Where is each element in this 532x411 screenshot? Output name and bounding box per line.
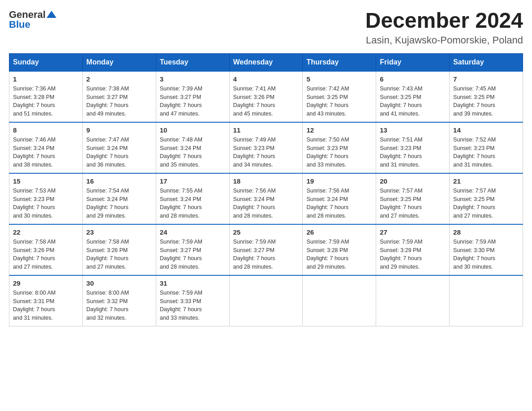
weekday-header-thursday: Thursday [303,53,376,71]
calendar-cell: 18Sunrise: 7:56 AMSunset: 3:24 PMDayligh… [229,173,303,224]
day-number: 1 [13,75,79,83]
calendar-cell: 20Sunrise: 7:57 AMSunset: 3:25 PMDayligh… [376,173,450,224]
day-info: Sunrise: 7:59 AMSunset: 3:30 PMDaylight:… [453,238,519,271]
calendar-cell: 9Sunrise: 7:47 AMSunset: 3:24 PMDaylight… [82,122,156,173]
day-info: Sunrise: 7:59 AMSunset: 3:29 PMDaylight:… [380,238,446,271]
day-info: Sunrise: 7:42 AMSunset: 3:25 PMDaylight:… [306,85,372,118]
calendar-week-row: 15Sunrise: 7:53 AMSunset: 3:23 PMDayligh… [9,173,523,224]
calendar-cell: 25Sunrise: 7:59 AMSunset: 3:27 PMDayligh… [229,224,303,275]
calendar-week-row: 29Sunrise: 8:00 AMSunset: 3:31 PMDayligh… [9,275,523,326]
day-info: Sunrise: 7:56 AMSunset: 3:24 PMDaylight:… [233,187,299,220]
calendar-cell: 6Sunrise: 7:43 AMSunset: 3:25 PMDaylight… [376,71,450,122]
day-info: Sunrise: 7:50 AMSunset: 3:23 PMDaylight:… [306,136,372,169]
calendar-cell [376,275,450,326]
calendar-cell: 27Sunrise: 7:59 AMSunset: 3:29 PMDayligh… [376,224,450,275]
calendar-cell: 28Sunrise: 7:59 AMSunset: 3:30 PMDayligh… [450,224,523,275]
day-info: Sunrise: 7:48 AMSunset: 3:24 PMDaylight:… [160,136,226,169]
calendar-cell: 8Sunrise: 7:46 AMSunset: 3:24 PMDaylight… [9,122,83,173]
calendar-cell: 11Sunrise: 7:49 AMSunset: 3:23 PMDayligh… [229,122,303,173]
day-info: Sunrise: 7:49 AMSunset: 3:23 PMDaylight:… [233,136,299,169]
day-number: 22 [13,228,79,236]
day-number: 15 [13,177,79,185]
day-number: 29 [13,279,79,287]
month-title: December 2024 [365,9,523,33]
day-info: Sunrise: 7:41 AMSunset: 3:26 PMDaylight:… [233,85,299,118]
day-info: Sunrise: 7:43 AMSunset: 3:25 PMDaylight:… [380,85,446,118]
weekday-header-saturday: Saturday [450,53,523,71]
day-info: Sunrise: 7:56 AMSunset: 3:24 PMDaylight:… [306,187,372,220]
calendar-cell: 29Sunrise: 8:00 AMSunset: 3:31 PMDayligh… [9,275,83,326]
calendar-cell: 31Sunrise: 7:59 AMSunset: 3:33 PMDayligh… [156,275,229,326]
day-info: Sunrise: 7:59 AMSunset: 3:28 PMDaylight:… [306,238,372,271]
weekday-header-tuesday: Tuesday [156,53,229,71]
day-number: 8 [13,126,79,134]
calendar-week-row: 22Sunrise: 7:58 AMSunset: 3:26 PMDayligh… [9,224,523,275]
day-number: 16 [86,177,152,185]
calendar-cell [303,275,376,326]
day-info: Sunrise: 7:39 AMSunset: 3:27 PMDaylight:… [160,85,226,118]
svg-marker-0 [47,11,56,18]
calendar-cell: 19Sunrise: 7:56 AMSunset: 3:24 PMDayligh… [303,173,376,224]
calendar-cell: 22Sunrise: 7:58 AMSunset: 3:26 PMDayligh… [9,224,83,275]
day-number: 17 [160,177,226,185]
logo-blue-text: Blue [9,19,30,30]
calendar-table: SundayMondayTuesdayWednesdayThursdayFrid… [9,53,523,326]
day-number: 4 [233,75,299,83]
day-number: 3 [160,75,226,83]
calendar-cell [229,275,303,326]
calendar-cell: 2Sunrise: 7:38 AMSunset: 3:27 PMDaylight… [82,71,156,122]
day-number: 23 [86,228,152,236]
day-info: Sunrise: 7:57 AMSunset: 3:25 PMDaylight:… [380,187,446,220]
day-number: 6 [380,75,446,83]
calendar-cell: 26Sunrise: 7:59 AMSunset: 3:28 PMDayligh… [303,224,376,275]
day-info: Sunrise: 7:51 AMSunset: 3:23 PMDaylight:… [380,136,446,169]
day-number: 21 [453,177,519,185]
calendar-cell: 12Sunrise: 7:50 AMSunset: 3:23 PMDayligh… [303,122,376,173]
day-info: Sunrise: 8:00 AMSunset: 3:32 PMDaylight:… [86,289,152,322]
title-section: December 2024 Lasin, Kujawsko-Pomorskie,… [365,9,523,46]
calendar-cell: 13Sunrise: 7:51 AMSunset: 3:23 PMDayligh… [376,122,450,173]
day-number: 24 [160,228,226,236]
day-number: 2 [86,75,152,83]
calendar-cell: 5Sunrise: 7:42 AMSunset: 3:25 PMDaylight… [303,71,376,122]
day-info: Sunrise: 7:47 AMSunset: 3:24 PMDaylight:… [86,136,152,169]
calendar-cell: 21Sunrise: 7:57 AMSunset: 3:25 PMDayligh… [450,173,523,224]
weekday-header-monday: Monday [82,53,156,71]
day-number: 10 [160,126,226,134]
day-info: Sunrise: 7:59 AMSunset: 3:27 PMDaylight:… [233,238,299,271]
calendar-cell: 3Sunrise: 7:39 AMSunset: 3:27 PMDaylight… [156,71,229,122]
weekday-header-sunday: Sunday [9,53,83,71]
calendar-cell [450,275,523,326]
calendar-cell: 7Sunrise: 7:45 AMSunset: 3:25 PMDaylight… [450,71,523,122]
day-info: Sunrise: 7:52 AMSunset: 3:23 PMDaylight:… [453,136,519,169]
calendar-cell: 30Sunrise: 8:00 AMSunset: 3:32 PMDayligh… [82,275,156,326]
logo: General Blue [9,9,56,30]
day-info: Sunrise: 8:00 AMSunset: 3:31 PMDaylight:… [13,289,79,322]
day-number: 30 [86,279,152,287]
page-header: General Blue December 2024 Lasin, Kujaws… [9,9,523,46]
weekday-header-row: SundayMondayTuesdayWednesdayThursdayFrid… [9,53,523,71]
day-info: Sunrise: 7:53 AMSunset: 3:23 PMDaylight:… [13,187,79,220]
day-info: Sunrise: 7:59 AMSunset: 3:33 PMDaylight:… [160,289,226,322]
day-info: Sunrise: 7:55 AMSunset: 3:24 PMDaylight:… [160,187,226,220]
day-number: 27 [380,228,446,236]
day-number: 12 [306,126,372,134]
calendar-cell: 10Sunrise: 7:48 AMSunset: 3:24 PMDayligh… [156,122,229,173]
day-info: Sunrise: 7:58 AMSunset: 3:26 PMDaylight:… [13,238,79,271]
day-number: 9 [86,126,152,134]
calendar-week-row: 1Sunrise: 7:36 AMSunset: 3:28 PMDaylight… [9,71,523,122]
day-number: 11 [233,126,299,134]
day-number: 26 [306,228,372,236]
calendar-cell: 17Sunrise: 7:55 AMSunset: 3:24 PMDayligh… [156,173,229,224]
day-number: 7 [453,75,519,83]
weekday-header-friday: Friday [376,53,450,71]
day-info: Sunrise: 7:58 AMSunset: 3:26 PMDaylight:… [86,238,152,271]
day-number: 13 [380,126,446,134]
day-info: Sunrise: 7:57 AMSunset: 3:25 PMDaylight:… [453,187,519,220]
day-info: Sunrise: 7:59 AMSunset: 3:27 PMDaylight:… [160,238,226,271]
day-number: 31 [160,279,226,287]
calendar-cell: 4Sunrise: 7:41 AMSunset: 3:26 PMDaylight… [229,71,303,122]
day-number: 20 [380,177,446,185]
calendar-cell: 15Sunrise: 7:53 AMSunset: 3:23 PMDayligh… [9,173,83,224]
day-number: 14 [453,126,519,134]
